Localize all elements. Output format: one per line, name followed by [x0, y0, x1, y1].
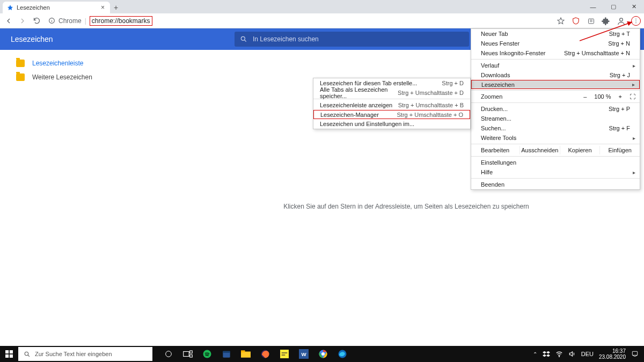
dropbox-icon[interactable]: [543, 350, 550, 358]
chrome-menu-button[interactable]: [631, 16, 641, 26]
word-icon[interactable]: W: [294, 346, 313, 362]
svg-rect-14: [184, 352, 189, 357]
zoom-out-button[interactable]: –: [583, 93, 587, 100]
windows-logo-icon: [5, 350, 13, 358]
cortana-icon[interactable]: [159, 346, 178, 362]
window-close-button[interactable]: ✕: [624, 0, 644, 13]
svg-rect-10: [5, 354, 9, 358]
profile-icon[interactable]: [616, 16, 626, 26]
minimize-button[interactable]: —: [583, 0, 603, 13]
tab-title: Lesezeichen: [17, 4, 50, 11]
menu-separator: [471, 102, 640, 103]
menu-item-label: Lesezeichen für diesen Tab erstelle...: [320, 80, 417, 86]
svg-point-13: [166, 351, 172, 357]
page-title: Lesezeichen: [0, 35, 235, 43]
edit-copy-button[interactable]: Kopieren: [560, 146, 600, 154]
notifications-icon[interactable]: [631, 350, 639, 358]
chrome-main-menu: Neuer TabStrg + T Neues FensterStrg + N …: [471, 28, 640, 190]
new-tab-button[interactable]: +: [110, 2, 122, 13]
svg-rect-24: [282, 352, 288, 353]
menu-item-bookmarks[interactable]: Lesezeichen: [471, 80, 640, 89]
svg-rect-11: [10, 354, 13, 358]
menu-item-settings[interactable]: Einstellungen: [471, 158, 640, 167]
bookmarks-search-placeholder: In Lesezeichen suchen: [253, 35, 319, 43]
clock-time: 16:37: [599, 348, 626, 354]
svg-point-5: [635, 23, 636, 24]
empty-hint: Klicken Sie auf den Stern in der Adressl…: [245, 203, 567, 210]
menu-item-history[interactable]: Verlauf: [471, 61, 640, 70]
explorer-icon[interactable]: [236, 346, 255, 362]
menu-item-label: Neues Inkognito-Fenster: [481, 50, 545, 56]
menu-item-new-tab[interactable]: Neuer TabStrg + T: [471, 29, 640, 39]
edge-icon[interactable]: [333, 346, 352, 362]
language-indicator[interactable]: DEU: [581, 351, 594, 357]
firefox-icon[interactable]: [255, 346, 275, 362]
menu-item-shortcut: Strg + F: [609, 125, 630, 131]
shield-icon[interactable]: [571, 16, 581, 26]
bookmark-star-icon[interactable]: [556, 16, 566, 26]
zoom-in-button[interactable]: +: [619, 93, 622, 100]
edit-paste-button[interactable]: Einfügen: [599, 146, 640, 154]
submenu-item-show-bar[interactable]: Lesezeichenleiste anzeigen Strg + Umscha…: [313, 100, 470, 110]
submenu-item-import[interactable]: Lesezeichen und Einstellungen im...: [313, 119, 470, 129]
volume-icon[interactable]: [568, 350, 576, 358]
menu-item-more-tools[interactable]: Weitere Tools: [471, 133, 640, 143]
menu-item-quit[interactable]: Beenden: [471, 180, 640, 189]
folder-icon: [16, 73, 25, 81]
taskbar-clock[interactable]: 16:37 23.08.2020: [599, 348, 626, 360]
edit-cut-button[interactable]: Ausschneiden: [519, 146, 560, 154]
menu-item-label: Neuer Tab: [481, 31, 508, 37]
menu-item-label: Zoomen: [481, 93, 502, 100]
menu-item-cast[interactable]: Streamen...: [471, 114, 640, 123]
menu-item-print[interactable]: Drucken...Strg + P: [471, 104, 640, 114]
window-controls: — ▢ ✕: [583, 0, 644, 13]
menu-item-shortcut: Strg + Umschalttaste + N: [564, 50, 630, 56]
taskbar-apps: W: [159, 346, 352, 362]
back-button[interactable]: [4, 17, 13, 25]
browser-tab[interactable]: Lesezeichen ×: [3, 2, 110, 13]
notes-icon[interactable]: [275, 346, 294, 362]
menu-item-label: Streamen...: [481, 115, 511, 122]
svg-rect-16: [190, 355, 193, 358]
address-bar[interactable]: Chrome | chrome://bookmarks: [48, 16, 152, 26]
forward-button[interactable]: [18, 17, 27, 25]
address-chip: Chrome: [58, 17, 82, 25]
svg-rect-19: [223, 351, 230, 353]
submenu-item-bookmark-all[interactable]: Alle Tabs als Lesezeichen speicher... St…: [313, 88, 470, 98]
spotify-icon[interactable]: [197, 346, 217, 362]
bookmarks-search[interactable]: In Lesezeichen suchen: [235, 32, 469, 47]
tray-chevron-icon[interactable]: ⌃: [533, 351, 537, 357]
menu-item-help[interactable]: Hilfe: [471, 167, 640, 177]
menu-item-label: Verlauf: [481, 62, 499, 69]
menu-item-shortcut: Strg + Umschalttaste + O: [397, 112, 464, 118]
sidebar-item-label: Weitere Lesezeichen: [32, 73, 92, 81]
menu-item-new-window[interactable]: Neues FensterStrg + N: [471, 39, 640, 48]
taskview-icon[interactable]: [178, 346, 197, 362]
chrome-icon[interactable]: [313, 346, 333, 362]
menu-item-label: Neues Fenster: [481, 40, 519, 47]
start-button[interactable]: [0, 346, 18, 362]
menu-zoom-row: Zoomen – 100 % + ⛶: [471, 92, 640, 101]
menu-item-shortcut: Strg + Umschalttaste + B: [398, 102, 464, 108]
reader-icon[interactable]: [586, 16, 596, 26]
menu-item-find[interactable]: Suchen...Strg + F: [471, 123, 640, 133]
svg-point-4: [635, 20, 636, 21]
tab-close-icon[interactable]: ×: [101, 4, 105, 11]
menu-separator: [471, 144, 640, 144]
sidebar-item-bookmarks-bar[interactable]: Lesezeichenleiste: [0, 56, 235, 70]
menu-separator: [471, 156, 640, 157]
fullscreen-icon[interactable]: ⛶: [630, 93, 635, 100]
submenu-item-bookmark-manager[interactable]: Lesezeichen-Manager Strg + Umschalttaste…: [313, 110, 470, 119]
menu-item-label: Alle Tabs als Lesezeichen speicher...: [320, 86, 398, 99]
wifi-icon[interactable]: [555, 350, 563, 358]
menu-item-downloads[interactable]: DownloadsStrg + J: [471, 70, 640, 80]
sidebar-item-other-bookmarks[interactable]: Weitere Lesezeichen: [0, 70, 235, 84]
maximize-button[interactable]: ▢: [603, 0, 624, 13]
menu-item-shortcut: Strg + J: [610, 72, 630, 78]
menu-item-new-incognito[interactable]: Neues Inkognito-FensterStrg + Umschaltta…: [471, 48, 640, 58]
taskbar-search[interactable]: Zur Suche Text hier eingeben: [18, 347, 152, 361]
reload-button[interactable]: [32, 17, 41, 25]
svg-point-2: [619, 18, 623, 21]
calendar-icon[interactable]: [217, 346, 236, 362]
extensions-icon[interactable]: [601, 16, 611, 26]
